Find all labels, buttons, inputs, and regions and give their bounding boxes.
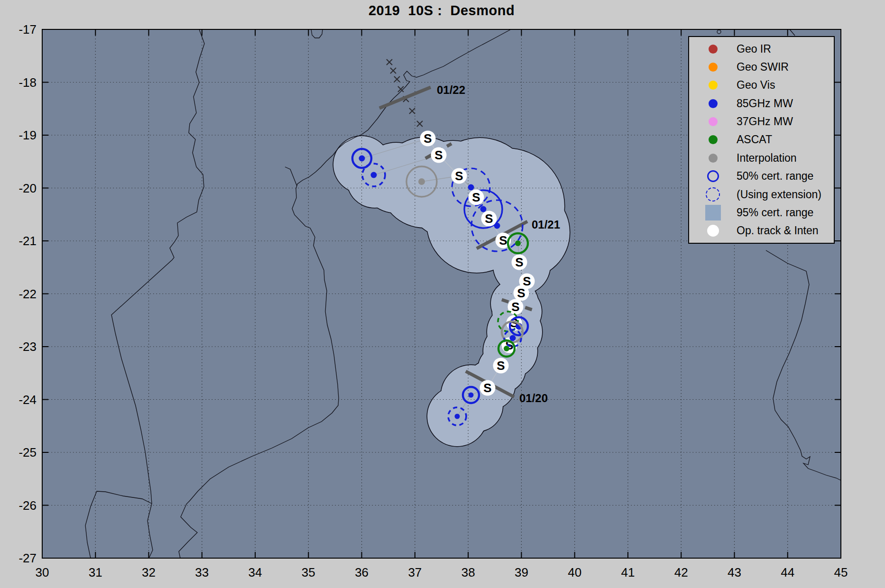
legend-label: Geo Vis [737,79,775,92]
date-label: 01/21 [532,218,560,231]
y-tick-label: -22 [18,287,37,301]
geo-ir-dot-icon [689,45,737,54]
fix-85ghz-dot [455,414,460,419]
fix-85ghz-dot [469,393,474,398]
cert-range-dashed-circle-icon [689,187,737,202]
37ghz-mw-dot-icon [689,117,737,126]
x-tick-label: 43 [728,565,741,579]
fix-85ghz-dot [510,335,516,341]
x-tick-label: 31 [89,565,102,579]
85ghz-mw-dot-icon [689,99,737,108]
legend-item-ascat: ASCAT [689,132,834,148]
fix-ascat-dot [504,346,509,351]
geo-swir-dot-icon [689,63,737,72]
x-tick-label: 45 [834,565,848,579]
date-label: 01/22 [437,83,465,96]
y-tick-label: -24 [18,393,37,407]
x-tick-label: 40 [568,565,581,579]
op-track-point: S [493,358,509,374]
svg-text:S: S [497,358,505,373]
x-tick-label: 38 [461,565,475,579]
fix-interp-dot [418,178,425,185]
op-track-point: S [512,255,527,270]
figure-title: 2019 10S : Desmond [42,3,841,18]
x-tick-label: 32 [142,565,156,579]
fix-85ghz-dot [359,156,365,162]
svg-text:S: S [472,190,480,204]
op-track-point: S [481,211,497,227]
x-tick-label: 37 [408,565,422,579]
op-track-point: S [514,285,529,301]
legend-item-interpolation: Interpolation [689,150,834,166]
op-track-inten-dot-icon [689,225,737,237]
op-track-point: S [469,190,484,205]
svg-text:S: S [515,255,523,269]
x-tick-label: 41 [621,565,635,579]
fix-ascat-dot [515,240,521,246]
y-tick-label: -23 [18,340,37,354]
svg-text:S: S [434,148,442,162]
x-tick-label: 30 [36,565,49,579]
legend: Geo IRGeo SWIRGeo Vis85GHz MW37GHz MWASC… [688,36,835,244]
date-label: 01/20 [519,392,548,404]
x-tick-label: 34 [249,565,262,579]
legend-item-using-extension: (Using extension) [689,186,834,202]
ascat-dot-icon [689,135,737,144]
cyclone-track-figure: 01/2201/2101/20SSSSSSSSSSSSSS30313233343… [0,0,885,588]
x-tick-label: 44 [781,565,794,579]
legend-label: Geo SWIR [737,61,789,74]
legend-label: 95% cert. range [737,206,813,219]
y-tick-label: -18 [18,75,37,90]
y-tick-label: -25 [18,445,37,459]
legend-label: Interpolation [737,152,797,165]
legend-item-50-cert-range: 50% cert. range [689,168,834,184]
legend-item-op-track-inten: Op. track & Inten [689,223,834,239]
x-tick-label: 33 [195,565,209,579]
legend-item-37ghz-mw: 37GHz MW [689,114,834,130]
legend-item-geo-ir: Geo IR [689,41,834,57]
op-track-point: S [431,147,447,163]
y-tick-label: -17 [18,22,37,37]
legend-item-85ghz-mw: 85GHz MW [689,95,834,111]
op-track-point: S [480,380,496,396]
legend-label: Geo IR [737,43,771,55]
op-track-point: S [420,131,436,147]
y-tick-label: -20 [18,181,37,195]
x-tick-label: 35 [302,565,315,579]
cert-range-circle-icon [689,170,737,182]
fix-85ghz-dot [468,184,474,191]
legend-label: ASCAT [737,133,772,146]
svg-text:S: S [455,169,463,183]
y-tick-label: -19 [18,128,37,142]
legend-label: 85GHz MW [737,97,793,110]
legend-item-geo-swir: Geo SWIR [689,59,834,75]
legend-label: 37GHz MW [737,115,793,128]
svg-text:S: S [517,286,525,300]
svg-text:S: S [485,211,493,226]
op-track-point: S [452,168,467,184]
cert-range-square-icon [689,205,737,220]
x-tick-label: 36 [355,565,369,579]
svg-text:S: S [483,381,491,395]
legend-item-geo-vis: Geo Vis [689,77,834,93]
geo-vis-dot-icon [689,81,737,90]
legend-label: 50% cert. range [737,170,813,183]
fix-85ghz-dot [371,172,377,178]
legend-item-95-cert-range: 95% cert. range [689,204,834,220]
svg-text:S: S [499,233,507,248]
legend-label: (Using extension) [737,188,821,201]
svg-text:S: S [511,300,519,314]
x-tick-label: 42 [674,565,688,579]
y-tick-label: -21 [18,234,37,248]
svg-text:S: S [424,131,432,146]
x-tick-label: 39 [515,565,528,579]
legend-label: Op. track & Inten [737,224,819,237]
y-tick-label: -26 [18,498,37,513]
y-tick-label: -27 [18,551,37,565]
interpolation-dot-icon [689,154,737,163]
